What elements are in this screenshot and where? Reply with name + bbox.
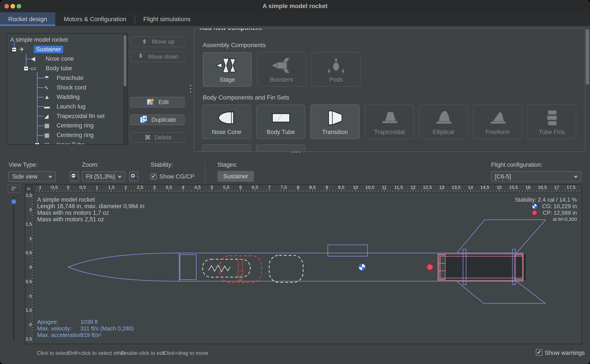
svg-text:12,5: 12,5: [423, 185, 432, 190]
clipped-component-button[interactable]: [256, 144, 305, 152]
ruler-unit: in: [27, 186, 30, 191]
component-button-label: Body Tube: [257, 129, 305, 136]
tree-item-label[interactable]: Trapezoidal fin set: [57, 113, 105, 120]
tree-expander-icon[interactable]: [24, 66, 28, 71]
tree-item-wadding[interactable]: ▲Wadding: [7, 93, 127, 102]
tree-scrollbar-thumb[interactable]: [124, 35, 126, 86]
panel-scrollbar-thumb[interactable]: [586, 29, 589, 85]
acceleration-label: Max. acceleration:: [37, 332, 83, 338]
duplicate-button[interactable]: Duplicate: [130, 115, 184, 125]
nose-shoulder-shape[interactable]: [180, 255, 196, 280]
tree-item-label[interactable]: Centering ring: [57, 132, 94, 139]
chevron-down-icon: [48, 176, 52, 178]
nose-cone-shape[interactable]: [68, 253, 179, 281]
add-body-tube-button[interactable]: Body Tube: [256, 104, 305, 139]
tree-item-sustainer[interactable]: ✈Sustainer: [7, 45, 127, 54]
show-cgcp-checkbox[interactable]: ✓: [151, 174, 157, 180]
tree-item-nose-cone[interactable]: ◀Nose cone: [7, 55, 127, 63]
tree-item-label[interactable]: Body tube: [46, 65, 72, 72]
svg-text:1,5: 1,5: [26, 221, 32, 227]
svg-text:3: 3: [153, 185, 156, 190]
tab-flight-simulations[interactable]: Flight simulations: [135, 12, 199, 26]
svg-text:6,5: 6,5: [252, 185, 258, 190]
add-stage-button[interactable]: Stage: [203, 52, 252, 87]
tree-item-centering-ring[interactable]: ▦Centering ring: [7, 121, 127, 130]
tree-item-label[interactable]: Wadding: [57, 94, 80, 100]
panel-scrollbar[interactable]: [586, 28, 589, 152]
tree-item-centering-ring[interactable]: ▦Centering ring: [7, 131, 127, 140]
rotation-slider-knob[interactable]: [11, 199, 16, 204]
pods-icon: [312, 56, 360, 75]
svg-text:16,5: 16,5: [538, 185, 547, 190]
show-warnings-checkbox[interactable]: ✓: [536, 349, 542, 356]
svg-text:0,5: 0,5: [79, 185, 86, 190]
component-button-label: Tube Fins: [528, 129, 576, 136]
fin-lower-shape[interactable]: [457, 281, 545, 303]
rotation-slider[interactable]: [13, 196, 14, 341]
svg-text:2,5: 2,5: [137, 185, 143, 190]
zoom-in-button[interactable]: [129, 171, 138, 182]
panel-resize-handle[interactable]: [292, 151, 300, 153]
panel-splitter-handle[interactable]: [190, 85, 191, 92]
tree-expander-icon[interactable]: [12, 47, 17, 52]
hint-click-select: Click to select: [37, 350, 69, 356]
add-tube-fins-button: Tube Fins: [527, 104, 576, 139]
zoom-out-icon: [70, 172, 78, 181]
tree-item-parachute[interactable]: ☂Parachute: [7, 74, 127, 83]
tree-item-a-simple-model-rocket[interactable]: A simple model rocket: [7, 36, 127, 44]
flight-stats-block: Apogee: 1039 ft Max. velocity: 311 ft/s …: [37, 318, 134, 338]
rocket-design-canvas[interactable]: in -1-0,500,511,522,533,544,555,566,577,…: [25, 184, 582, 344]
cg-marker[interactable]: [359, 264, 365, 270]
move-up-icon: [140, 37, 149, 47]
motor-shape[interactable]: [446, 255, 525, 280]
view-type-select[interactable]: Side view: [8, 171, 56, 182]
svg-text:1: 1: [29, 236, 32, 241]
parachute-icon: ☂: [44, 75, 49, 81]
component-button-label: Freeform: [474, 129, 522, 136]
tree-item-label[interactable]: Nose cone: [46, 55, 74, 62]
component-tree[interactable]: A simple model rocket✈Sustainer◀Nose con…: [7, 33, 127, 145]
tree-item-label[interactable]: Parachute: [57, 75, 83, 81]
centering-ring-shape[interactable]: [439, 255, 445, 279]
tree-item-trapezoidal-fin-set[interactable]: ◢Trapezoidal fin set: [7, 112, 127, 121]
clipped-component-button[interactable]: [202, 144, 251, 152]
edit-button[interactable]: Edit: [130, 97, 184, 107]
add-nose-cone-button[interactable]: Nose Cone: [202, 104, 251, 139]
tree-item-shock-cord[interactable]: ∿Shock cord: [7, 83, 127, 92]
fin-upper-shape[interactable]: [457, 220, 546, 253]
component-button-label: Boosters: [257, 76, 306, 83]
wadding-shape[interactable]: [269, 255, 303, 282]
transition-icon: [311, 108, 359, 128]
inner-tube-icon: ▢: [44, 141, 50, 145]
tree-item-label[interactable]: Launch lug: [57, 103, 86, 110]
svg-text:-1: -1: [28, 293, 32, 298]
tree-item-inner-tube[interactable]: ▢Inner Tube: [7, 141, 127, 145]
cg-legend-icon: [532, 204, 537, 209]
cp-marker[interactable]: [427, 264, 433, 270]
launch-lug-shape[interactable]: [328, 245, 368, 256]
svg-text:17: 17: [554, 185, 559, 190]
cp-legend-icon: [532, 211, 537, 215]
svg-text:7,5: 7,5: [281, 185, 287, 190]
tab-rocket-design[interactable]: Rocket design: [0, 12, 55, 26]
zoom-out-button[interactable]: [70, 171, 79, 182]
zoom-label: Zoom:: [82, 162, 99, 168]
flight-configuration-select[interactable]: [C6-5]: [491, 171, 581, 182]
svg-text:9,5: 9,5: [338, 185, 344, 190]
tree-item-launch-lug[interactable]: ▬Launch lug: [7, 102, 127, 111]
tree-connector-line: [26, 54, 27, 66]
tree-scrollbar[interactable]: [123, 34, 127, 144]
tree-item-label[interactable]: Sustainer: [34, 46, 63, 53]
show-cgcp-label: Show CG/CP: [159, 173, 194, 180]
tab-motors-configuration[interactable]: Motors & Configuration: [55, 12, 134, 26]
tree-item-label[interactable]: Inner Tube: [57, 141, 85, 145]
tree-item-label[interactable]: A simple model rocket: [10, 36, 68, 43]
stage-toggle-sustainer[interactable]: Sustainer: [217, 171, 254, 182]
tree-item-label[interactable]: Centering ring: [57, 122, 94, 129]
flight-configuration-label: Flight configuration:: [491, 162, 543, 168]
tree-item-body-tube[interactable]: ▭Body tube: [7, 64, 127, 73]
tree-item-label[interactable]: Shock cord: [57, 84, 86, 91]
nose-cone-icon: ◀: [31, 55, 35, 62]
zoom-level-select[interactable]: Fit (51,3%): [82, 171, 125, 182]
add-transition-button[interactable]: Transition: [310, 104, 359, 139]
